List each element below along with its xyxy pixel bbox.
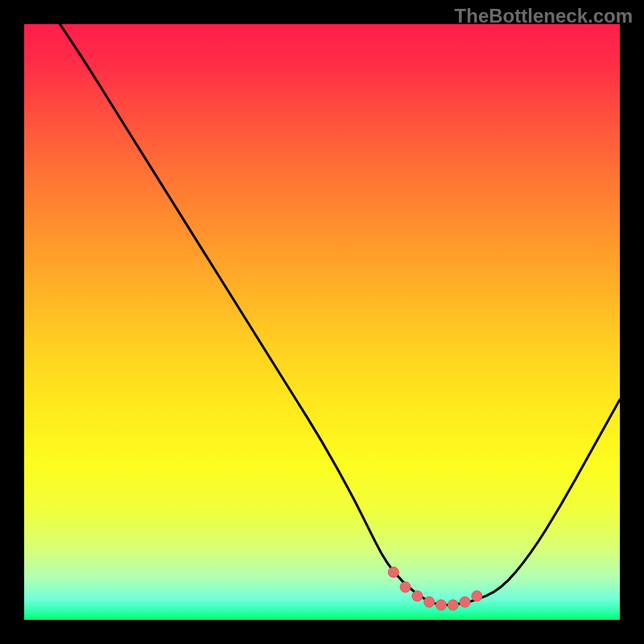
sweet-spot-marker xyxy=(436,600,447,610)
sweet-spot-marker xyxy=(424,597,435,607)
watermark-label: TheBottleneck.com xyxy=(455,5,633,27)
sweet-spot-marker xyxy=(388,567,398,577)
sweet-spot-marker xyxy=(400,582,411,592)
sweet-spot-marker xyxy=(412,591,423,601)
bottleneck-curve xyxy=(60,24,620,605)
curve-layer xyxy=(24,24,620,620)
plot-area xyxy=(24,24,620,620)
sweet-spot-marker xyxy=(448,600,458,610)
sweet-spot-marker xyxy=(472,591,482,601)
sweet-spot-marker xyxy=(460,597,470,607)
chart-container: TheBottleneck.com xyxy=(0,0,644,644)
